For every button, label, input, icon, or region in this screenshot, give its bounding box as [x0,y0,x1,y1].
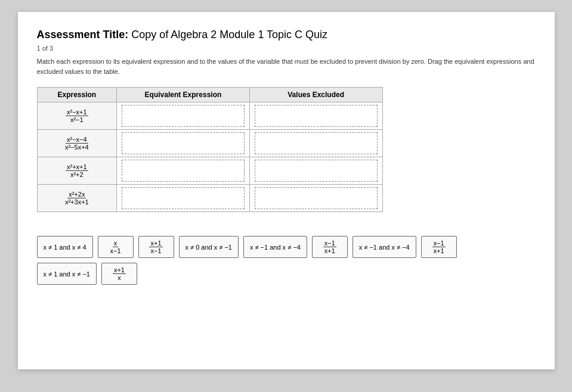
page-number: 1 of 3 [37,45,536,52]
expr-frac-3: x²+x+1 x²+2 [66,163,88,178]
table-row: x²−x+1 x²−1 [37,102,382,130]
drop-equiv-1[interactable] [117,102,250,130]
instructions-text: Match each expression to its equivalent … [37,57,536,76]
title-value: Copy of Algebra 2 Module 1 Topic C Quiz [131,29,327,41]
token-frac-x1-over-x-1[interactable]: x+1 x−1 [138,236,174,258]
token-frac-x1-over-x[interactable]: x−1 x+1 [421,236,457,258]
drop-values-4[interactable] [249,185,382,212]
drop-zone-equiv-2[interactable] [122,132,245,154]
tokens-row-2: x ≠ 1 and x ≠ −1 x+1 x [37,263,484,285]
drop-values-3[interactable] [249,157,382,185]
page-container: Assessment Title: Copy of Algebra 2 Modu… [18,12,555,369]
token-frac-xp1-over-x[interactable]: x+1 x [101,263,137,285]
page-title: Assessment Title: Copy of Algebra 2 Modu… [37,29,536,41]
tokens-row-1: x ≠ 1 and x ≠ 4 x x−1 x+1 x−1 x ≠ 0 and … [37,236,484,258]
expr-frac-1: x²−x+1 x²−1 [66,108,88,123]
drop-equiv-2[interactable] [117,130,250,157]
token-x-ne-neg1-and-neg4[interactable]: x ≠ −1 and x ≠ −4 [243,236,307,258]
drop-zone-values-4[interactable] [255,187,378,209]
match-table: Expression Equivalent Expression Values … [37,87,383,212]
token-x-ne-0-and-neg1[interactable]: x ≠ 0 and x ≠ −1 [179,236,239,258]
token-x-ne-1-and-neg1[interactable]: x ≠ −1 and x ≠ −4 [353,236,416,258]
expression-cell-3: x²+x+1 x²+2 [37,157,117,185]
drop-values-1[interactable] [249,102,382,130]
drop-zone-values-3[interactable] [255,160,378,182]
drop-equiv-3[interactable] [117,157,250,185]
drop-values-2[interactable] [249,130,382,157]
drop-zone-values-1[interactable] [255,105,378,127]
title-label: Assessment Title: [37,29,129,41]
token-x-ne-1-and-4[interactable]: x ≠ 1 and x ≠ 4 [37,236,93,258]
table-row: x²−x−4 x²−5x+4 [37,130,382,157]
expression-cell-2: x²−x−4 x²−5x+4 [37,130,117,157]
table-row: x²+2x x²+3x+1 [37,185,382,212]
header-values: Values Excluded [249,88,382,102]
expression-cell-1: x²−x+1 x²−1 [37,102,117,130]
expr-frac-2: x²−x−4 x²−5x+4 [64,136,90,151]
drop-zone-values-2[interactable] [255,132,378,154]
token-frac-x-over-x-1[interactable]: x x−1 [98,236,134,258]
header-expression: Expression [37,88,117,102]
header-equivalent: Equivalent Expression [117,88,250,102]
token-x-ne-1-ne-neg1-b[interactable]: x ≠ 1 and x ≠ −1 [37,263,97,285]
token-frac-xm1-over-x1[interactable]: x−1 x+1 [312,236,348,258]
drop-zone-equiv-4[interactable] [122,187,245,209]
expr-frac-4: x²+2x x²+3x+1 [64,191,90,206]
expression-cell-4: x²+2x x²+3x+1 [37,185,117,212]
drop-equiv-4[interactable] [117,185,250,212]
table-row: x²+x+1 x²+2 [37,157,382,185]
drop-zone-equiv-3[interactable] [122,160,245,182]
drop-zone-equiv-1[interactable] [122,105,245,127]
